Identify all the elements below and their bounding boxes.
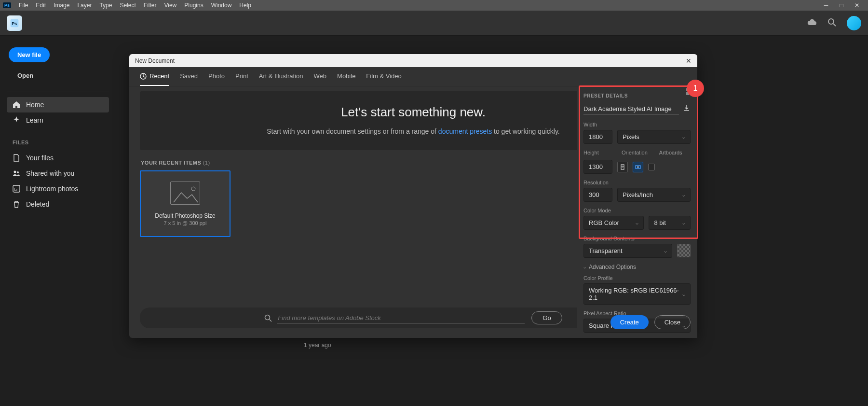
svg-line-15: [270, 319, 272, 322]
bg-contents-label: Background Contents: [583, 236, 691, 241]
file-icon: [13, 154, 20, 162]
window-maximize-icon[interactable]: □: [838, 2, 845, 9]
color-profile-select[interactable]: Working RGB: sRGB IEC61966-2.1⌵: [583, 283, 691, 305]
menu-view[interactable]: View: [160, 2, 180, 9]
tab-web[interactable]: Web: [314, 67, 327, 86]
tab-mobile[interactable]: Mobile: [337, 67, 355, 86]
nav-lightroom-label: Lightroom photos: [26, 185, 78, 193]
tab-photo[interactable]: Photo: [208, 67, 225, 86]
dialog-titlebar-close-icon[interactable]: ✕: [686, 57, 692, 65]
svg-point-13: [191, 187, 195, 191]
nav-home-label: Home: [26, 101, 44, 109]
preset-card-name: Default Photoshop Size: [155, 212, 215, 219]
nav-lightroom[interactable]: Lr Lightroom photos: [7, 181, 109, 196]
tab-saved[interactable]: Saved: [180, 67, 198, 86]
menu-select[interactable]: Select: [116, 2, 139, 9]
tab-film[interactable]: Film & Video: [366, 67, 401, 86]
tab-recent[interactable]: Recent: [140, 67, 169, 86]
svg-point-2: [828, 19, 834, 24]
dialog-title-text: New Document: [135, 57, 175, 64]
menu-type[interactable]: Type: [95, 2, 116, 9]
width-input[interactable]: [583, 130, 612, 144]
advanced-options-toggle[interactable]: ⌵Advanced Options: [583, 264, 691, 270]
menu-image[interactable]: Image: [50, 2, 73, 9]
ps-badge: Ps: [3, 2, 11, 8]
nav-learn[interactable]: Learn: [7, 112, 109, 128]
svg-line-3: [833, 24, 836, 26]
dialog-tabs: Recent Saved Photo Print Art & Illustrat…: [129, 67, 697, 86]
height-label: Height: [583, 150, 610, 155]
window-minimize-icon[interactable]: ─: [823, 2, 829, 9]
tab-art[interactable]: Art & Illustration: [259, 67, 303, 86]
svg-point-5: [17, 171, 19, 173]
new-document-dialog: New Document ✕ Recent Saved Photo Print …: [129, 54, 697, 338]
people-icon: [13, 169, 20, 177]
nav-shared[interactable]: Shared with you: [7, 166, 109, 181]
tab-print[interactable]: Print: [235, 67, 248, 86]
orientation-landscape-button[interactable]: [633, 162, 643, 172]
stock-go-button[interactable]: Go: [531, 311, 562, 324]
bg-color-swatch[interactable]: [677, 244, 691, 257]
preset-thumbnail-icon: [170, 182, 200, 205]
svg-text:Ps: Ps: [12, 21, 17, 26]
width-unit-select[interactable]: Pixels⌵: [617, 130, 691, 144]
bit-depth-select[interactable]: 8 bit⌵: [649, 216, 691, 230]
search-icon[interactable]: [827, 18, 836, 28]
files-section-label: FILES: [13, 140, 109, 145]
document-presets-link[interactable]: document presets: [438, 127, 492, 135]
stock-search-input[interactable]: [277, 312, 525, 324]
resolution-label: Resolution: [583, 180, 691, 185]
menu-help[interactable]: Help: [235, 2, 255, 9]
close-button[interactable]: Close: [654, 315, 691, 329]
lightroom-icon: Lr: [13, 185, 20, 193]
svg-point-18: [622, 166, 624, 167]
height-input[interactable]: [583, 160, 612, 174]
save-preset-icon[interactable]: [683, 104, 691, 114]
cloud-icon[interactable]: [807, 19, 817, 28]
recent-preset-card[interactable]: Default Photoshop Size 7 x 5 in @ 300 pp…: [140, 170, 231, 237]
chevron-down-icon: ⌵: [682, 220, 685, 225]
window-close-icon[interactable]: ✕: [854, 2, 860, 9]
orientation-portrait-button[interactable]: [617, 162, 628, 172]
app-toolbar: Ps: [0, 11, 868, 36]
menu-edit[interactable]: Edit: [32, 2, 50, 9]
chevron-down-icon: ⌵: [682, 292, 685, 297]
nav-deleted[interactable]: Deleted: [7, 196, 109, 212]
timestamp-text: 1 year ago: [304, 342, 331, 349]
resolution-unit-select[interactable]: Pixels/Inch⌵: [617, 188, 691, 202]
dialog-titlebar: New Document ✕: [129, 54, 697, 67]
annotation-badge: 1: [687, 80, 704, 97]
artboards-checkbox[interactable]: [648, 164, 655, 170]
photoshop-logo-icon: Ps: [7, 15, 22, 31]
color-mode-select[interactable]: RGB Color⌵: [583, 216, 644, 230]
user-avatar[interactable]: [847, 16, 861, 30]
nav-home[interactable]: Home: [7, 97, 109, 112]
menu-filter[interactable]: Filter: [140, 2, 161, 9]
svg-point-4: [14, 171, 16, 173]
preset-details-label: PRESET DETAILS: [583, 93, 691, 98]
svg-point-20: [637, 166, 639, 168]
artboards-label: Artboards: [659, 150, 682, 155]
sparkle-icon: [13, 116, 20, 124]
new-file-button[interactable]: New file: [9, 47, 50, 62]
divider: [7, 92, 109, 92]
preset-details-panel: 1 PRESET DETAILS Width Pixels⌵ Height Or…: [577, 86, 697, 338]
color-mode-label: Color Mode: [583, 208, 691, 213]
chevron-down-icon: ⌵: [583, 265, 586, 269]
menu-file[interactable]: File: [15, 2, 32, 9]
menu-layer[interactable]: Layer: [73, 2, 95, 9]
create-button[interactable]: Create: [610, 315, 649, 329]
search-icon: [264, 314, 272, 322]
nav-your-files-label: Your files: [26, 154, 54, 162]
preset-name-input[interactable]: [583, 103, 679, 115]
nav-your-files[interactable]: Your files: [7, 150, 109, 166]
preset-card-dim: 7 x 5 in @ 300 ppi: [164, 220, 207, 226]
open-button[interactable]: Open: [9, 68, 42, 83]
bg-contents-select[interactable]: Transparent⌵: [583, 244, 672, 258]
chevron-down-icon: ⌵: [636, 220, 638, 225]
chevron-down-icon: ⌵: [682, 134, 685, 140]
menu-plugins[interactable]: Plugins: [180, 2, 207, 9]
svg-point-14: [265, 315, 270, 320]
resolution-input[interactable]: [583, 188, 612, 202]
menu-window[interactable]: Window: [207, 2, 236, 9]
